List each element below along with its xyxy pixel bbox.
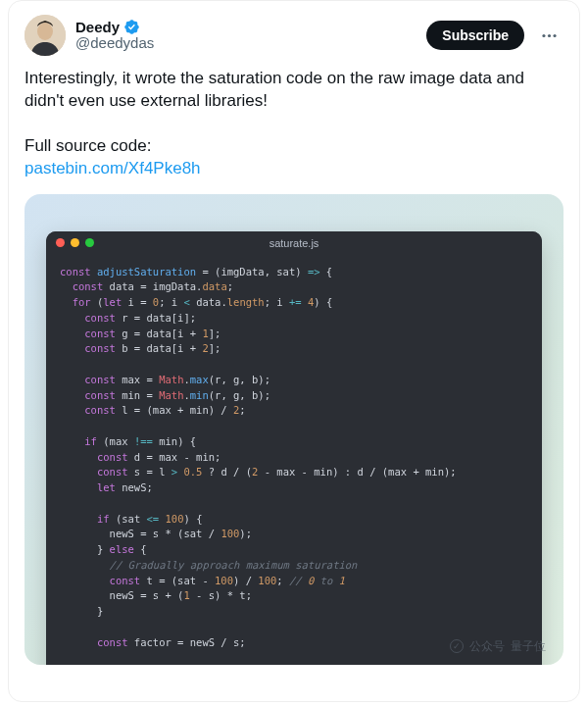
wechat-icon: ✓ <box>450 639 464 653</box>
tweet-text-line: Interestingly, it wrote the saturation c… <box>24 69 529 110</box>
verified-badge-icon <box>123 19 140 35</box>
watermark-sublabel: 量子位 <box>511 638 546 655</box>
svg-point-4 <box>553 33 556 36</box>
svg-point-3 <box>547 33 550 36</box>
watermark: ✓ 公众号 量子位 <box>450 638 546 655</box>
author-block: Deedy @deedydas <box>75 19 416 52</box>
tweet-text: Interestingly, it wrote the saturation c… <box>24 68 564 180</box>
media-attachment[interactable]: saturate.js const adjustSaturation = (im… <box>24 194 564 665</box>
svg-point-1 <box>37 23 53 40</box>
tweet-card: Deedy @deedydas Subscribe Interestingly,… <box>8 0 580 702</box>
svg-point-2 <box>542 33 545 36</box>
subscribe-button[interactable]: Subscribe <box>426 21 524 50</box>
filename-label: saturate.js <box>46 237 542 249</box>
code-window: saturate.js const adjustSaturation = (im… <box>46 231 542 665</box>
avatar[interactable] <box>24 15 66 56</box>
code-content: const adjustSaturation = (imgData, sat) … <box>46 255 542 665</box>
source-link[interactable]: pastebin.com/Xf4Pke8h <box>24 159 201 177</box>
window-titlebar: saturate.js <box>46 231 542 255</box>
display-name[interactable]: Deedy <box>75 19 120 35</box>
more-button[interactable] <box>534 21 564 50</box>
tweet-text-line: Full source code: <box>24 136 151 155</box>
more-icon <box>540 26 559 45</box>
avatar-image <box>24 15 66 56</box>
handle[interactable]: @deedydas <box>75 35 416 52</box>
tweet-header: Deedy @deedydas Subscribe <box>24 15 564 56</box>
watermark-label: 公众号 <box>469 638 505 655</box>
